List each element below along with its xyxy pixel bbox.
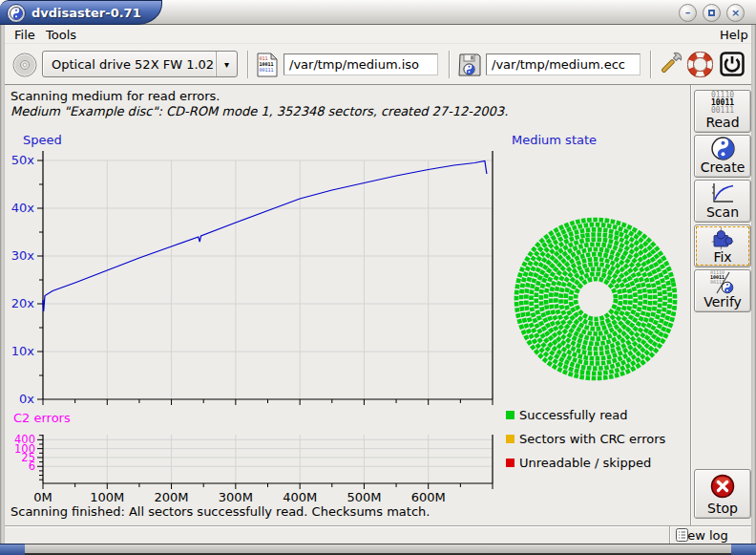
legend-item-success: Successfully read: [506, 407, 627, 422]
resize-grip-right[interactable]: [731, 544, 756, 555]
toolbar-separator: [650, 51, 651, 78]
ecc-path-input[interactable]: [486, 53, 640, 75]
c2-errors-chart: 4001002560M100M200M300M400M500M600M: [0, 409, 500, 504]
svg-text:600M: 600M: [411, 490, 446, 504]
menu-tools[interactable]: Tools: [42, 27, 80, 43]
svg-text:0M: 0M: [33, 490, 52, 504]
scan-button[interactable]: Scan: [694, 180, 751, 223]
window-title: dvdisaster-0.71: [32, 6, 141, 20]
log-list-icon: [676, 528, 688, 542]
window-border-bottom: [0, 544, 756, 555]
svg-text:30x: 30x: [11, 248, 35, 263]
legend-item-crc: Sectors with CRC errors: [506, 431, 665, 446]
svg-text:500M: 500M: [346, 490, 381, 504]
fix-button-label: Fix: [713, 250, 731, 265]
verify-button-label: Verify: [704, 295, 742, 310]
svg-text:10x: 10x: [11, 344, 35, 358]
svg-text:200M: 200M: [155, 490, 189, 504]
green-swatch-icon: [506, 411, 514, 419]
sidebar-separator: [690, 85, 691, 525]
binary-read-icon: 01110 10011 00111: [711, 92, 734, 115]
stop-button[interactable]: Stop: [694, 469, 751, 519]
resize-grip-left[interactable]: [0, 544, 25, 555]
titlebar: dvdisaster-0.71 – ×: [0, 0, 756, 25]
puzzle-fix-icon: [695, 225, 750, 250]
svg-text:50x: 50x: [11, 153, 35, 167]
scan-button-label: Scan: [706, 205, 739, 220]
maximize-button[interactable]: [703, 4, 721, 22]
verify-button[interactable]: 01110 10011 00111 Verify: [694, 269, 751, 312]
drive-select-label: Optical drive 52X FW 1.02: [43, 57, 216, 72]
toolbar-separator: [449, 51, 450, 78]
yellow-swatch-icon: [506, 435, 514, 443]
preferences-wrench-icon[interactable]: [657, 51, 683, 77]
window-border-left: [0, 25, 5, 544]
menubar: File Tools Help: [5, 25, 751, 44]
red-swatch-icon: [506, 459, 514, 467]
legend-label: Successfully read: [519, 408, 627, 422]
drive-select[interactable]: Optical drive 52X FW 1.02 ▾: [42, 51, 238, 77]
speed-chart: 0x10x20x30x40x50x: [0, 132, 500, 411]
menu-help[interactable]: Help: [716, 27, 752, 43]
legend-item-unreadable: Unreadable / skipped: [506, 455, 651, 470]
fix-button[interactable]: Fix: [694, 224, 751, 267]
svg-text:300M: 300M: [219, 490, 253, 504]
viewlog-separator: [669, 526, 670, 544]
status-line-1: Scanning medium for read errors.: [10, 89, 220, 103]
svg-text:100M: 100M: [90, 490, 124, 504]
stop-icon: [695, 470, 750, 502]
iso-image-icon: 011 10011 00111: [256, 52, 279, 77]
legend-label: Sectors with CRC errors: [519, 432, 665, 446]
app-yin-yang-icon: [7, 4, 26, 23]
toolbar: Optical drive 52X FW 1.02 ▾ 011 10011 00…: [5, 44, 751, 85]
statusbar-divider: [5, 525, 751, 526]
read-button-label: Read: [705, 116, 739, 130]
svg-text:0x: 0x: [19, 392, 34, 406]
svg-text:6: 6: [29, 459, 35, 473]
view-log-button[interactable]: View log: [676, 526, 728, 544]
stop-button-label: Stop: [707, 502, 738, 516]
svg-text:20x: 20x: [11, 296, 35, 310]
app-window: dvdisaster-0.71 – × File Tools Help Opti…: [0, 0, 756, 555]
ecc-file-icon: [457, 52, 482, 77]
iso-path-input[interactable]: [284, 53, 438, 75]
status-line-2: Medium "Example disc": CD-ROM mode 1, 35…: [10, 104, 508, 118]
yin-yang-create-icon: [695, 136, 750, 160]
minimize-button[interactable]: –: [679, 4, 697, 22]
binary-yin-yang-verify-icon: 01110 10011 00111: [695, 270, 750, 295]
create-button[interactable]: Create: [694, 135, 751, 178]
legend-label: Unreadable / skipped: [519, 456, 651, 470]
menu-file[interactable]: File: [10, 27, 39, 43]
svg-text:40x: 40x: [11, 201, 35, 215]
chevron-down-icon: ▾: [216, 52, 237, 76]
svg-text:400M: 400M: [283, 490, 317, 504]
svg-text:00111: 00111: [260, 67, 274, 73]
result-text: Scanning finished: All sectors successfu…: [10, 504, 430, 519]
window-border-right: [751, 25, 756, 544]
maximize-square-icon: [708, 10, 715, 16]
toolbar-separator: [247, 51, 248, 78]
close-button[interactable]: ×: [726, 4, 745, 22]
title-tab: dvdisaster-0.71: [0, 0, 162, 25]
medium-state-title: Medium state: [512, 133, 597, 147]
quit-power-icon[interactable]: [718, 51, 746, 77]
optical-drive-icon: [11, 52, 38, 78]
curve-scan-icon: [695, 181, 750, 205]
read-button[interactable]: 01110 10011 00111 Read: [694, 90, 751, 133]
create-button-label: Create: [701, 160, 746, 175]
help-lifebelt-icon[interactable]: [685, 51, 714, 77]
disc-visualization: [507, 210, 686, 390]
